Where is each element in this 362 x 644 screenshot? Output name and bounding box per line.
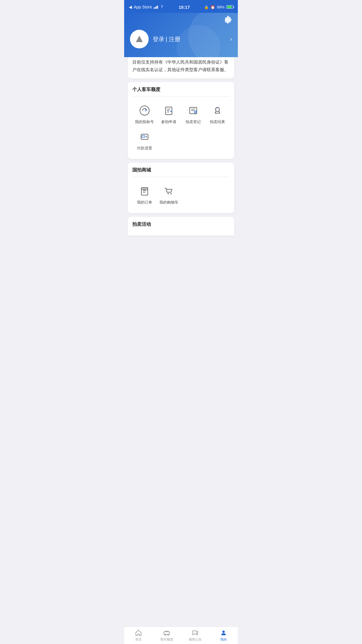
carrier-text: App Store bbox=[134, 5, 152, 9]
section-auction-activity: 拍卖活动 bbox=[128, 217, 234, 236]
signal-bars bbox=[154, 6, 158, 9]
my-orders-label: 我的订单 bbox=[137, 200, 152, 205]
separator: | bbox=[166, 36, 169, 42]
profile-left: 登录 | 注册 bbox=[130, 30, 180, 48]
svg-marker-0 bbox=[136, 35, 143, 42]
status-bar: ◀ App Store 15:17 🔒 ⏰ 99% bbox=[124, 0, 238, 13]
icon-item-my-cart[interactable]: 我的购物车 bbox=[157, 182, 181, 209]
auction-register-label: 拍卖登记 bbox=[186, 119, 201, 125]
avatar bbox=[130, 30, 149, 48]
icon-grid-personal-quota: 我的投标号 参拍申请 bbox=[132, 102, 230, 154]
auction-result-icon bbox=[211, 104, 224, 117]
auction-register-icon bbox=[187, 104, 200, 117]
my-orders-icon bbox=[138, 185, 151, 197]
icon-item-auction-result[interactable]: 拍卖结果 bbox=[205, 102, 230, 128]
my-cart-icon bbox=[162, 185, 175, 197]
payment-progress-icon bbox=[138, 130, 151, 143]
alarm-icon: ⏰ bbox=[210, 5, 215, 9]
icon-grid-guopai-mall: 我的订单 我的购物车 bbox=[132, 182, 230, 209]
icon-item-my-orders[interactable]: 我的订单 bbox=[132, 182, 157, 209]
divider-1 bbox=[132, 96, 230, 97]
svg-rect-11 bbox=[142, 136, 145, 137]
chevron-right-icon: › bbox=[230, 36, 232, 42]
apply-bid-icon bbox=[162, 104, 175, 117]
login-register-text: 登录 | 注册 bbox=[153, 35, 180, 43]
svg-rect-2 bbox=[166, 107, 172, 115]
icon-item-auction-register[interactable]: 拍卖登记 bbox=[181, 102, 205, 128]
svg-rect-14 bbox=[141, 188, 148, 195]
section-guopai-mall: 国拍商城 我的订单 bbox=[128, 162, 234, 213]
icon-item-apply-bid[interactable]: 参拍申请 bbox=[157, 102, 181, 128]
back-arrow: ◀ bbox=[129, 5, 132, 9]
my-cart-label: 我的购物车 bbox=[159, 200, 178, 205]
login-label: 登录 bbox=[153, 36, 164, 42]
svg-point-19 bbox=[168, 193, 169, 194]
wifi-icon bbox=[160, 5, 164, 9]
icon-item-my-bid[interactable]: 我的投标号 bbox=[132, 102, 157, 128]
settings-button[interactable] bbox=[224, 16, 232, 25]
status-left: ◀ App Store bbox=[129, 5, 164, 9]
my-bid-label: 我的投标号 bbox=[135, 119, 154, 125]
section-personal-quota: 个人客车额度 我的投标号 bbox=[128, 82, 234, 159]
auction-result-label: 拍卖结果 bbox=[210, 119, 225, 125]
payment-progress-label: 付款进度 bbox=[137, 146, 152, 151]
battery-percent: 99% bbox=[217, 5, 224, 9]
apply-bid-label: 参拍申请 bbox=[161, 119, 176, 125]
battery-icon bbox=[226, 5, 233, 9]
content-area: 目前仅支持持有《中华人民共和国居民身份证》客户在线实名认证，其他证件类型客户请联… bbox=[124, 53, 238, 236]
svg-point-20 bbox=[171, 193, 172, 194]
status-time: 15:17 bbox=[179, 5, 190, 10]
profile-row[interactable]: 登录 | 注册 › bbox=[130, 30, 232, 48]
header: 登录 | 注册 › bbox=[124, 13, 238, 57]
svg-point-1 bbox=[140, 106, 149, 115]
register-label: 注册 bbox=[169, 36, 180, 42]
section-title-personal-quota: 个人客车额度 bbox=[132, 87, 230, 93]
icon-item-payment-progress[interactable]: 付款进度 bbox=[132, 128, 157, 154]
settings-btn-row bbox=[130, 16, 232, 25]
my-bid-icon bbox=[138, 104, 151, 117]
section-title-guopai-mall: 国拍商城 bbox=[132, 167, 230, 173]
divider-2 bbox=[132, 177, 230, 177]
notice-text: 目前仅支持持有《中华人民共和国居民身份证》客户在线实名认证，其他证件类型客户请联… bbox=[132, 60, 229, 72]
status-right: 🔒 ⏰ 99% bbox=[204, 5, 233, 9]
section-title-auction-activity: 拍卖活动 bbox=[132, 221, 230, 228]
lock-icon: 🔒 bbox=[204, 5, 209, 9]
